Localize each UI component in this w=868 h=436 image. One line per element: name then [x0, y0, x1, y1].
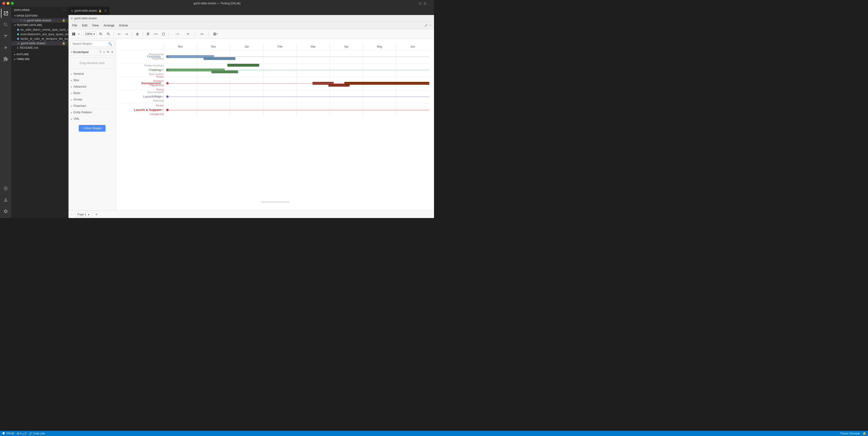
activity-explorer[interactable]	[1, 8, 10, 18]
planning-dot	[166, 69, 168, 71]
svg-rect-4	[147, 33, 149, 34]
category-flowchart[interactable]: ▸ Flowchart	[68, 103, 116, 109]
menu-edit[interactable]: Edit	[80, 23, 89, 28]
activity-search[interactable]	[1, 20, 10, 30]
file-item-1[interactable]: ex_odio_libero_omnis_quis_sunt_magnam_2.…	[11, 27, 68, 32]
minimize-button[interactable]	[7, 2, 9, 5]
delete-btn[interactable]: 🗑	[134, 31, 141, 37]
planning-bar-3[interactable]	[227, 64, 259, 67]
arrow-icon: ▸	[14, 53, 16, 56]
section-outline[interactable]: ▸ Outline	[11, 52, 68, 57]
category-entity-relation[interactable]: ▸ Entity Relation	[68, 109, 116, 116]
gantt-row-development: Development	[121, 77, 429, 90]
section-timeline[interactable]: ▸ Timeline	[11, 57, 68, 61]
month-dec: Dec	[197, 43, 230, 50]
section-open-editors[interactable]: ▾ Open Editors	[11, 13, 68, 18]
more-menu-icon[interactable]: ···	[429, 23, 432, 28]
chevron-down-icon[interactable]: ▾	[78, 32, 80, 36]
activity-extensions[interactable]	[1, 54, 10, 64]
tab-gantt[interactable]: ⊟ gantt-table.drawio 🔒 ✕	[68, 7, 110, 15]
insert-btn[interactable]: + ▾	[197, 31, 207, 37]
scratchpad-add-icon[interactable]: +	[103, 51, 105, 54]
section-testing-gitlab[interactable]: ▾ TESTING [GITLAB]	[11, 23, 68, 27]
more-shapes-button[interactable]: + More Shapes	[79, 125, 106, 132]
menu-extras[interactable]: Extras	[118, 23, 130, 28]
format-btn[interactable]	[145, 31, 152, 37]
gantt-header: Nov Dec Jan Feb Mar Apr May Jun	[164, 43, 429, 50]
fullscreen-icon[interactable]: ⤢	[425, 23, 428, 28]
menu-arrange[interactable]: Arrange	[101, 23, 116, 28]
scratchpad-dropzone: Drag elements here	[70, 57, 114, 69]
category-arrows[interactable]: ▸ Arrows	[68, 96, 116, 103]
arrow-icon: ▸	[71, 105, 72, 107]
file-item-readme[interactable]: ℹ README.md	[11, 46, 68, 50]
page-layout-btn[interactable]	[70, 31, 77, 37]
category-basic[interactable]: ▸ Basic	[68, 90, 116, 96]
close-button[interactable]	[2, 2, 5, 5]
more-actions-icon[interactable]: ···	[63, 8, 65, 11]
launch-support-subtasks: Review Customer management	[142, 104, 164, 116]
filename-readme: README.md	[20, 46, 38, 50]
activity-run[interactable]	[1, 43, 10, 52]
more-icon[interactable]: …	[428, 1, 432, 5]
zoom-in-btn[interactable]	[97, 31, 104, 37]
month-nov: Nov	[164, 43, 197, 50]
file-item-3[interactable]: facilis_id_odio_et_tempore_illo_ea_1.md	[11, 36, 68, 41]
scratchpad-arrow-icon: ▾	[71, 51, 72, 54]
file-item-gantt[interactable]: ⊟ gantt-table.drawio 🔒	[11, 41, 68, 46]
filename-gantt: gantt-table.drawio	[21, 41, 45, 45]
line-style-btn[interactable]	[152, 31, 159, 37]
category-general[interactable]: ▸ General	[68, 71, 116, 77]
sidebar-header: Explorer ···	[11, 7, 68, 13]
activity-source-control[interactable]	[1, 31, 10, 41]
open-file-gantt[interactable]: ✕ ⊟ gantt-table.drawio 🔒	[11, 18, 68, 23]
zoom-out-btn[interactable]	[105, 31, 112, 37]
undo-btn[interactable]: ↩	[116, 31, 122, 37]
feasibility-bar-2[interactable]	[204, 57, 236, 60]
activity-settings[interactable]	[1, 207, 10, 216]
maximize-button[interactable]	[11, 2, 14, 5]
search-wrapper: 🔍	[70, 41, 114, 47]
scratchpad-section[interactable]: ▾ Scratchpad ? + ✎ ✕	[68, 49, 116, 55]
arrow-icon: ▸	[71, 98, 72, 101]
tab-close-icon[interactable]: ✕	[104, 9, 107, 12]
month-may: May	[363, 43, 396, 50]
menu-file[interactable]: File	[70, 23, 79, 28]
add-page-button[interactable]: +	[94, 212, 99, 217]
scratchpad-help-icon[interactable]: ?	[100, 51, 101, 54]
category-misc[interactable]: ▸ Misc	[68, 77, 116, 84]
redo-btn[interactable]: ↪	[123, 31, 130, 37]
separator	[81, 32, 82, 36]
scratchpad-close-icon[interactable]: ✕	[111, 51, 114, 54]
search-input[interactable]	[70, 41, 114, 47]
menu-view[interactable]: View	[90, 23, 101, 28]
activity-remote[interactable]	[1, 184, 10, 193]
separator	[168, 32, 169, 36]
category-advanced[interactable]: ▸ Advanced	[68, 84, 116, 90]
zoom-control[interactable]: 100% ▾	[84, 32, 97, 36]
activity-account[interactable]	[1, 195, 10, 205]
month-feb: Feb	[263, 43, 297, 50]
titlebar-controls: ⊡ ⊟ …	[419, 1, 432, 5]
page-tab-label: Page-1	[77, 213, 87, 216]
page-tab[interactable]: Page-1 ▲	[75, 212, 92, 217]
menu-toggle-icon[interactable]: ⋮	[70, 213, 73, 216]
month-jun: Jun	[396, 43, 429, 50]
scratchpad-edit-icon[interactable]: ✎	[107, 51, 109, 54]
table-btn[interactable]: ▾	[211, 31, 220, 37]
gantt-cells-launch-support: Review Customer management	[164, 103, 429, 116]
planning-bar-2[interactable]	[211, 70, 238, 73]
category-uml[interactable]: ▸ UML	[68, 116, 116, 122]
gantt-row-launch-prep: Launch Prep	[121, 90, 429, 103]
activity-bar-bottom	[1, 184, 10, 218]
file-item-2[interactable]: exercitationem_aut_quia_quasi_recusandae…	[11, 32, 68, 36]
split-editor-icon[interactable]: ⊡	[419, 1, 422, 5]
layout-icon[interactable]: ⊟	[424, 1, 426, 5]
close-file-icon[interactable]: ✕	[20, 19, 22, 22]
connector-btn[interactable]: → ▾	[171, 31, 183, 37]
line-end-btn[interactable]: ∕ ▾	[184, 31, 193, 37]
window-title: gantt-table.drawio — Testing [GitLab]	[193, 2, 241, 5]
canvas-area[interactable]: Nov Dec Jan Feb Mar Apr May Jun	[116, 39, 434, 210]
search-icon: 🔍	[108, 42, 112, 46]
shape-btn[interactable]	[160, 31, 167, 37]
